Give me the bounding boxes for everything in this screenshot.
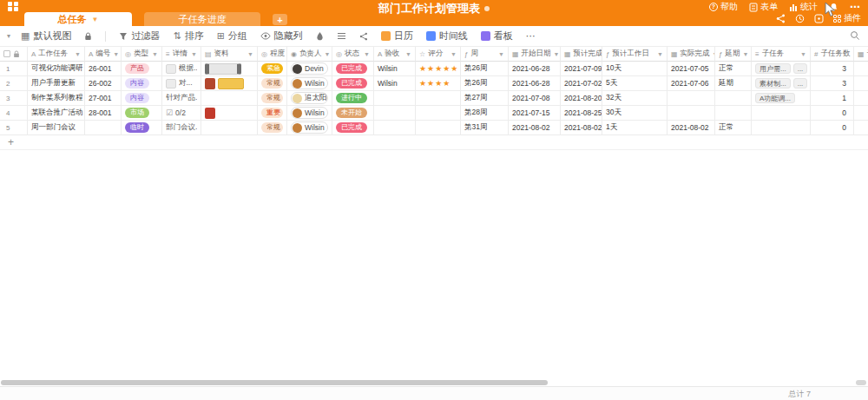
attachment-thumbnail[interactable] <box>205 78 215 89</box>
attachment-thumbnail[interactable] <box>218 78 244 89</box>
chevron-down-icon[interactable]: ▼ <box>92 16 99 23</box>
cell-owner[interactable]: Wilsin <box>287 106 332 121</box>
linked-record-pill[interactable]: A功能调... <box>755 93 795 103</box>
calendar-view-button[interactable]: 日历 <box>381 30 413 43</box>
cell-detail[interactable]: ☑0/2 <box>162 106 201 121</box>
cell-status[interactable]: 已完成 <box>332 76 374 91</box>
cell-links[interactable]: 用户需...... <box>752 62 811 76</box>
column-header-count[interactable]: #子任务数▼ <box>811 47 854 62</box>
cell-accept[interactable]: Wilsin <box>374 76 416 91</box>
cell-accept[interactable]: Wilsin <box>374 62 416 76</box>
toolbar-more-button[interactable]: ⋯ <box>526 30 536 42</box>
column-dropdown-icon[interactable]: ▼ <box>742 51 748 57</box>
collapse-sidebar-icon[interactable]: ▾ <box>7 32 10 40</box>
timeline-view-button[interactable]: 时间线 <box>426 30 468 43</box>
cell-accept[interactable] <box>374 91 416 106</box>
linked-record-pill[interactable]: ... <box>793 78 808 89</box>
column-header-status[interactable]: ◎状态▼ <box>332 47 374 62</box>
column-header-actual[interactable]: ▦实际完成▼ <box>667 47 715 62</box>
type-tag[interactable]: 市场 <box>125 108 149 118</box>
help-button[interactable]: ? 帮助 <box>709 1 738 13</box>
cell-est_days[interactable]: 1天 <box>602 121 667 135</box>
cell-owner[interactable]: Devin <box>287 62 332 76</box>
cell-num[interactable]: 3 <box>0 91 28 106</box>
cell-status[interactable]: 未开始 <box>332 106 374 121</box>
column-dropdown-icon[interactable]: ▼ <box>657 51 663 57</box>
cell-accept[interactable] <box>374 106 416 121</box>
search-button[interactable] <box>850 30 860 41</box>
type-tag[interactable]: 内容 <box>125 78 149 89</box>
api-button[interactable] <box>814 14 824 23</box>
rating-stars[interactable]: ★★★★ <box>419 79 450 88</box>
stats-button[interactable]: 统计 <box>789 1 818 13</box>
attachment-thumbnail[interactable] <box>205 63 241 75</box>
cell-code[interactable]: 28-001 <box>85 106 122 121</box>
status-badge[interactable]: 已完成 <box>336 78 367 89</box>
cell-detail[interactable]: 部门会议... <box>162 121 201 135</box>
hide-columns-button[interactable]: 隐藏列 <box>260 30 303 43</box>
cell-links[interactable]: A功能调... <box>752 91 811 106</box>
table-row[interactable]: 5周一部门会议临时部门会议...常规Wilsin已完成第31周2021-08-0… <box>0 121 868 135</box>
cell-links[interactable] <box>752 106 811 121</box>
column-dropdown-icon[interactable]: ▼ <box>247 51 253 57</box>
column-dropdown-icon[interactable]: ▼ <box>113 51 119 57</box>
cell-start[interactable]: 2021-06-28 <box>509 76 561 91</box>
tab-subtask-progress[interactable]: 子任务进度 <box>144 12 260 26</box>
column-dropdown-icon[interactable]: ▼ <box>152 51 158 57</box>
cell-degree[interactable]: 常规 <box>258 76 287 91</box>
cell-code[interactable]: 27-001 <box>85 91 122 106</box>
column-dropdown-icon[interactable]: ▼ <box>75 51 81 57</box>
filter-button[interactable]: 过滤器 <box>119 30 160 43</box>
cell-code[interactable] <box>85 121 122 135</box>
tab-total-tasks[interactable]: 总任务 ▼ <box>24 12 132 26</box>
cell-count[interactable]: 3 <box>811 76 854 91</box>
rating-stars[interactable]: ★★★★★ <box>419 64 458 73</box>
degree-tag[interactable]: 紧急 <box>261 63 283 74</box>
column-header-stars[interactable]: ☆评分▼ <box>416 47 461 62</box>
cell-est_days[interactable]: 32天 <box>602 91 667 106</box>
cell-week[interactable]: 第27周 <box>461 91 509 106</box>
app-launcher-icon[interactable] <box>8 2 18 12</box>
cell-attach[interactable] <box>201 106 258 121</box>
cell-actual[interactable]: 2021-08-02 <box>667 121 715 135</box>
cell-actual[interactable]: 2021-07-05 <box>667 62 715 76</box>
cell-actual[interactable] <box>667 91 715 106</box>
cell-attach[interactable] <box>201 91 258 106</box>
cell-start[interactable]: 2021-07-08 <box>509 91 561 106</box>
cell-delay[interactable] <box>715 91 752 106</box>
linked-record-pill[interactable]: 素材制... <box>755 78 791 89</box>
cell-degree[interactable]: 重要 <box>258 106 287 121</box>
cell-est_end[interactable]: 2021-08-20 <box>561 91 602 106</box>
view-switcher-button[interactable]: ▦ 默认视图 <box>21 30 71 43</box>
cell-est_end[interactable]: 2021-07-02 <box>561 76 602 91</box>
column-dropdown-icon[interactable]: ▼ <box>191 51 197 57</box>
cell-actual[interactable]: 2021-07-06 <box>667 76 715 91</box>
column-dropdown-icon[interactable]: ▼ <box>450 51 457 57</box>
cell-status[interactable]: 进行中 <box>332 91 374 106</box>
owner-pill[interactable]: Wilsin <box>291 121 328 134</box>
cell-count[interactable]: 0 <box>811 121 854 135</box>
column-header-est_end[interactable]: ▦预计完成▼ <box>561 47 602 62</box>
cell-count2[interactable] <box>854 106 868 121</box>
attachment-thumbnail[interactable] <box>205 108 215 119</box>
scroll-corner[interactable] <box>856 380 866 385</box>
cell-delay[interactable]: 延期 <box>715 76 752 91</box>
cell-est_end[interactable]: 2021-07-09 <box>561 62 602 76</box>
cell-type[interactable]: 产品 <box>122 62 162 76</box>
status-badge[interactable]: 已完成 <box>336 122 367 133</box>
cell-task[interactable]: 某联合推广活动 <box>28 106 85 121</box>
owner-pill[interactable]: Devin <box>291 62 328 75</box>
cell-detail[interactable]: 根据... <box>162 62 201 76</box>
cell-type[interactable]: 内容 <box>122 91 162 106</box>
history-button[interactable] <box>795 14 805 23</box>
cell-stars[interactable]: ★★★★ <box>416 76 461 91</box>
cell-stars[interactable] <box>416 106 461 121</box>
column-header-task[interactable]: A工作任务▼ <box>28 47 85 62</box>
column-dropdown-icon[interactable]: ▼ <box>554 51 560 57</box>
column-header-detail[interactable]: ≡详情▼ <box>162 47 201 62</box>
cell-count[interactable]: 1 <box>811 91 854 106</box>
column-header-week[interactable]: ƒ周▼ <box>461 47 509 62</box>
cell-attach[interactable] <box>201 76 258 91</box>
cell-owner[interactable]: Wilsin <box>287 76 332 91</box>
column-header-est_days[interactable]: ƒ预计工作日▼ <box>602 47 667 62</box>
